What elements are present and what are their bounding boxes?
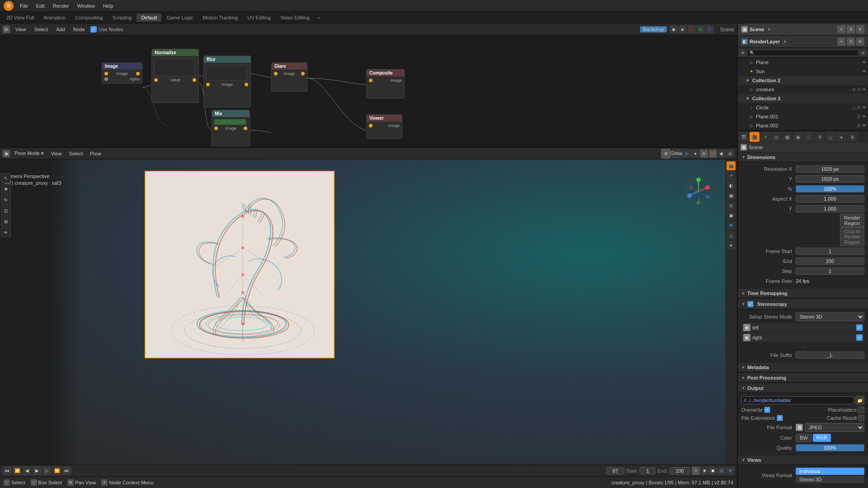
node-icon-1[interactable]: ◉ [670,25,678,33]
node-select-btn[interactable]: Select [32,26,51,33]
node-icon-g[interactable]: G [697,25,705,33]
sphere-icon[interactable]: ● [691,150,699,158]
jump-start-btn[interactable]: ⏮ [3,466,12,475]
color-bw-btn[interactable]: BW [796,434,812,442]
resolution-y-input[interactable] [796,175,864,183]
node-blur[interactable]: Blur Image [203,56,251,108]
node-image[interactable]: Image Image Alpha [102,62,142,84]
data-icon[interactable]: △ [726,231,736,240]
node-icon-2[interactable]: ◈ [679,25,687,33]
props-tab-data[interactable]: △ [826,132,835,142]
tab-animation[interactable]: Animation [39,14,71,22]
vp-overlay-btn4[interactable]: ◫ [717,467,726,475]
play-btn[interactable]: ▶ [33,466,42,475]
node-filter[interactable]: Normalize Value [151,49,199,103]
current-frame-display[interactable]: 67 [606,467,624,474]
placeholders-checkbox[interactable] [858,407,864,413]
vp-select-btn[interactable]: Select [66,150,85,157]
resolution-pct-input[interactable] [796,185,864,192]
ol-filter-btn[interactable]: ▾ [740,50,746,56]
node-viewer[interactable]: Viewer Image [366,114,402,139]
aspect-x-input[interactable] [796,195,864,202]
scene-icon[interactable]: ▦ [726,191,736,200]
render-icon[interactable]: ◎ [726,150,734,158]
output-icon[interactable]: ↗ [726,171,736,180]
props-tab-scene[interactable]: 🎬 [739,132,749,142]
render-region-btn[interactable]: Render Region [840,214,864,227]
backdrop-btn[interactable]: Backdrop [640,26,666,33]
color-rgb-btn[interactable]: RGB [813,434,831,442]
tab-compositing[interactable]: Compositing [71,14,107,22]
object-icon[interactable]: ▣ [726,211,736,220]
ol-plane-eye[interactable]: 👁 [862,60,866,65]
props-tab-render[interactable]: 🎥 [750,132,760,142]
copy-rl-btn[interactable]: ⎘ [847,38,855,46]
output-header[interactable]: ▼ Output [738,384,868,393]
ol-sort-btn[interactable]: ≡ [860,50,866,56]
props-tab-scene2[interactable]: ▦ [782,132,792,142]
vp-overlay-btn2[interactable]: ◉ [700,467,708,475]
menu-help[interactable]: Help [99,2,117,9]
ol-creature[interactable]: ▷ creature ⊙ ⊡ 👁 [738,85,868,94]
stereoscopy-header[interactable]: ▼ ✓ Stereoscopy [738,299,868,310]
rotate-tool-btn[interactable]: ↻ [1,195,11,205]
ol-circle-eye[interactable]: 👁 [862,105,866,110]
scene-dropdown-btn[interactable]: ▾ [766,26,772,33]
next-frame-btn[interactable]: ⏩ [52,466,61,475]
vp-overlay-btn3[interactable]: ▣ [709,467,717,475]
cache-result-checkbox[interactable] [858,415,864,421]
props-tab-texture[interactable]: ⊞ [847,132,857,142]
ol-creature-eye[interactable]: 👁 [862,87,866,92]
ol-plane[interactable]: ▷ Plane 👁 [738,58,868,67]
delete-scene-btn[interactable]: ✕ [856,25,864,33]
ol-search[interactable]: 🔍 [747,50,859,56]
modifier-icon[interactable]: ⚙ [726,221,736,230]
file-format-select[interactable]: JPEG [805,423,864,432]
tab-video-editing[interactable]: Video Editing [276,14,314,22]
props-tab-view[interactable]: ◎ [771,132,781,142]
dimensions-section-header[interactable]: ▼ Dimensions [738,153,868,162]
resolution-x-input[interactable] [796,165,864,173]
jump-end-btn[interactable]: ⏭ [62,466,71,475]
move-tool-btn[interactable]: ✥ [1,184,11,194]
link-icon[interactable]: ⊙ [683,150,691,158]
node-composite[interactable]: Composite Image [366,69,405,99]
ol-circle[interactable]: ○ Circle △ ⊡ 👁 [738,103,868,112]
view-layer-icon[interactable]: ◧ [726,181,736,190]
ol-plane001-eye[interactable]: 👁 [862,114,866,119]
add-workspace-button[interactable]: + [315,14,323,21]
overlay-icon[interactable]: ⊜ [700,150,708,158]
ol-sun-eye[interactable]: 👁 [862,69,866,74]
menu-render[interactable]: Render [49,2,73,9]
annotate-btn[interactable]: ✏ [1,227,11,237]
menu-window[interactable]: Window [74,2,99,9]
vp-pose-btn[interactable]: Pose [87,150,104,157]
material-icon[interactable]: ● [726,241,736,250]
frame-start-input[interactable] [796,248,864,255]
post-processing-header[interactable]: ▼ Post Processing [738,373,868,383]
overwrite-checkbox[interactable]: ✓ [764,407,770,413]
global-dropdown[interactable]: Global [672,149,682,159]
views-format-individual[interactable]: Individual [796,468,864,475]
properties-icon[interactable]: 🎬 [726,161,736,170]
ol-plane-001[interactable]: ▷ Plane.001 ⊡ 👁 [738,112,868,121]
vp-overlay-btn5[interactable]: ⊕ [726,467,734,475]
crop-to-render-btn[interactable]: Crop to Render Region [840,227,864,246]
node-icon-r[interactable]: R [688,25,696,33]
solid-icon[interactable]: ◉ [717,150,726,158]
node-glare[interactable]: Glare Image [271,62,307,92]
file-extensions-checkbox[interactable]: ✓ [777,415,783,421]
menu-file[interactable]: File [16,2,32,9]
scale-tool-btn[interactable]: ⊡ [1,206,11,216]
time-remapping-header[interactable]: ▼ Time Remapping [738,289,868,298]
props-tab-output[interactable]: ↗ [760,132,770,142]
new-rl-btn[interactable]: + [837,38,845,46]
new-scene-btn[interactable]: + [837,25,845,33]
use-nodes-toggle[interactable]: ✓ Use Nodes [90,26,123,33]
world-icon[interactable]: ◎ [726,201,736,210]
snap-icon[interactable]: ⊕ [661,149,671,159]
metadata-header[interactable]: ▼ Metadata [738,363,868,372]
node-view-btn[interactable]: View [13,26,29,33]
props-tab-modifier[interactable]: ⚙ [815,132,825,142]
frame-end-input[interactable] [796,258,864,265]
